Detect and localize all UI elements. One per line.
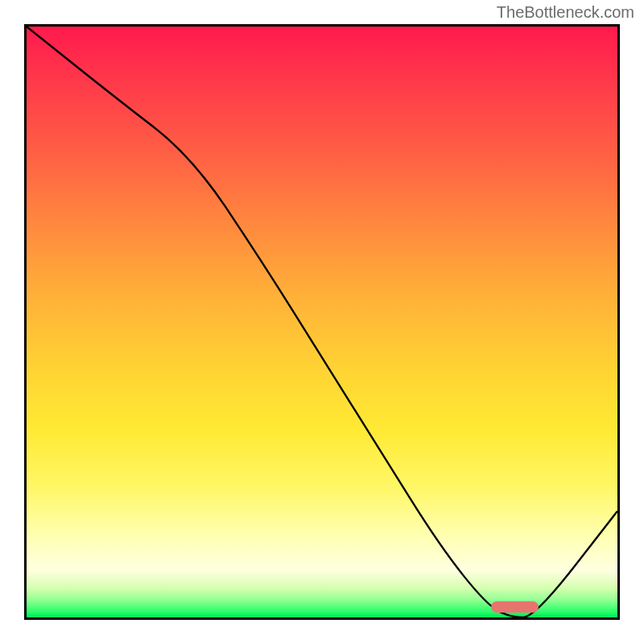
bottleneck-curve [27, 27, 617, 617]
optimal-range-marker [491, 601, 539, 613]
watermark-text: TheBottleneck.com [497, 3, 634, 22]
chart-plot-area [24, 24, 620, 620]
chart-curve-svg [27, 27, 617, 617]
